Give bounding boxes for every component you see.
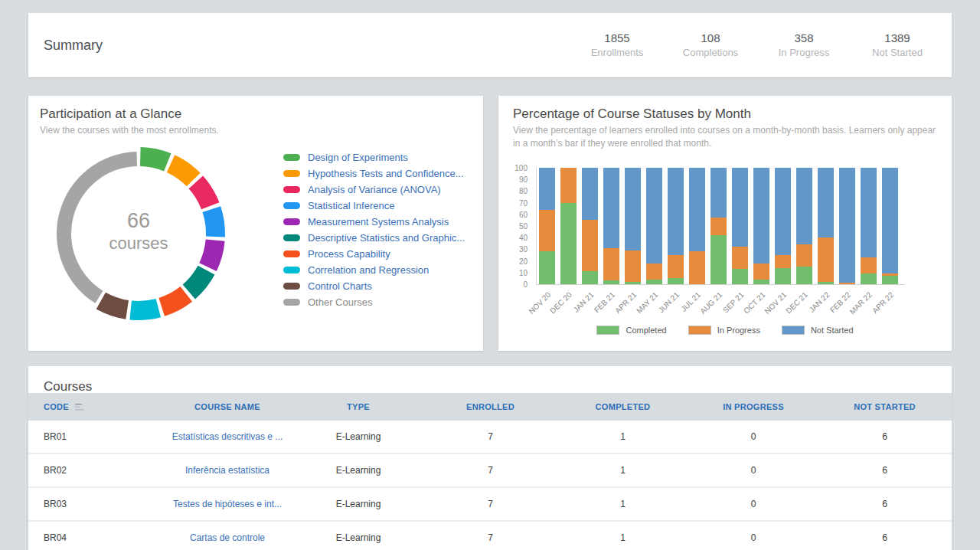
donut-legend-item[interactable]: Design of Experiments	[283, 149, 465, 165]
summary-title: Summary	[44, 38, 103, 54]
bar[interactable]	[646, 168, 662, 284]
cell-not_started: 6	[818, 499, 952, 509]
legend-swatch	[596, 326, 619, 335]
stat-value: 358	[757, 30, 851, 47]
bar[interactable]	[861, 168, 877, 284]
bar-segment	[732, 269, 748, 284]
bar-segment	[603, 280, 619, 284]
y-tick-label: 30	[519, 245, 528, 254]
legend-swatch	[782, 326, 805, 335]
bar-segment	[839, 168, 855, 283]
donut-legend-item[interactable]: Analysis of Variance (ANOVA)	[283, 182, 465, 198]
bar-segment	[839, 283, 855, 284]
bar[interactable]	[560, 168, 577, 284]
y-tick-label: 60	[519, 211, 528, 219]
cell-in_progress: 0	[689, 532, 818, 543]
stat-value: 1389	[851, 30, 944, 47]
legend-label: Analysis of Variance (ANOVA)	[308, 184, 441, 195]
column-header-code[interactable]: CODE	[28, 402, 162, 411]
donut-segment[interactable]	[202, 206, 225, 237]
donut-legend-item[interactable]: Control Charts	[283, 278, 465, 294]
donut-segment[interactable]	[167, 155, 201, 186]
donut-legend-item[interactable]: Process Capability	[283, 246, 465, 262]
bar[interactable]	[796, 168, 812, 284]
bar[interactable]	[710, 168, 727, 284]
column-header-in-progress[interactable]: IN PROGRESS	[689, 402, 818, 411]
donut-segment[interactable]	[189, 176, 220, 210]
bar[interactable]	[839, 168, 855, 284]
column-header-not-started[interactable]: NOT STARTED	[818, 402, 952, 411]
x-axis-label: JUN 21	[657, 290, 681, 314]
bar-segment	[882, 168, 898, 273]
donut-legend-item[interactable]: Correlation and Regression	[283, 262, 465, 278]
y-tick-label: 0	[523, 280, 528, 289]
donut-center-value: 66	[127, 209, 150, 232]
bar-segment	[796, 244, 812, 267]
column-header-type[interactable]: TYPE	[292, 402, 424, 411]
y-tick-label: 80	[519, 187, 528, 195]
bar-segment	[775, 268, 791, 284]
bar[interactable]	[753, 168, 769, 284]
bar[interactable]	[882, 168, 898, 284]
donut-segment[interactable]	[96, 293, 129, 319]
cell-in_progress: 0	[689, 499, 818, 509]
donut-segment[interactable]	[183, 266, 215, 300]
bar[interactable]	[625, 168, 641, 284]
y-tick-label: 70	[519, 199, 528, 208]
y-axis-ticks: 0102030405060708090100	[498, 168, 532, 284]
cell-in_progress: 0	[689, 431, 818, 442]
donut-segment[interactable]	[57, 152, 137, 303]
cell-code: BR04	[28, 532, 162, 543]
cell-type: E-Learning	[292, 465, 424, 476]
legend-swatch	[283, 186, 300, 193]
bar-segment	[646, 280, 662, 284]
bar[interactable]	[689, 168, 705, 284]
bar[interactable]	[603, 168, 619, 284]
table-row: BR01Estatísticas descritivas e ...E-Lear…	[28, 421, 952, 454]
bar[interactable]	[582, 168, 598, 284]
legend-label: Other Courses	[308, 296, 373, 308]
table-row: BR02Inferência estatísticaE-Learning7106	[28, 454, 952, 488]
donut-legend-item[interactable]: Descriptive Statistics and Graphic...	[283, 230, 465, 246]
bar[interactable]	[818, 168, 834, 284]
legend-label: Control Charts	[308, 280, 372, 292]
donut-legend-item[interactable]: Measurement Systems Analysis	[283, 214, 465, 230]
y-tick-label: 90	[519, 175, 528, 184]
x-axis-label: MAR 22	[848, 290, 874, 316]
course-name-link[interactable]: Testes de hipóteses e int...	[162, 499, 292, 509]
cell-completed: 1	[557, 465, 689, 476]
donut-legend-item[interactable]: Statistical Inference	[283, 198, 465, 214]
y-tick-label: 100	[514, 164, 528, 172]
bar-segment	[668, 278, 684, 284]
bar[interactable]	[668, 168, 684, 284]
cell-enrolled: 7	[424, 532, 557, 543]
donut-legend: Design of ExperimentsHypothesis Tests an…	[283, 149, 465, 310]
bar[interactable]	[539, 168, 555, 284]
x-axis-labels: NOV 20DEC 20JAN 21FEB 21APR 21MAY 21JUN …	[536, 287, 903, 329]
column-header-label: ENROLLED	[466, 402, 514, 411]
column-header-completed[interactable]: COMPLETED	[557, 402, 689, 411]
column-header-course-name[interactable]: COURSE NAME	[162, 402, 292, 411]
donut-legend-item[interactable]: Hypothesis Tests and Confidence...	[283, 165, 465, 182]
y-tick-label: 10	[519, 269, 528, 277]
bar-segment	[753, 264, 769, 280]
sort-icon[interactable]	[75, 403, 85, 411]
course-name-link[interactable]: Estatísticas descritivas e ...	[162, 431, 292, 442]
donut-chart[interactable]: 66courses	[42, 137, 235, 330]
bar[interactable]	[775, 168, 791, 284]
donut-segment[interactable]	[140, 147, 172, 171]
legend-swatch	[283, 234, 300, 241]
column-header-label: CODE	[44, 402, 69, 411]
course-name-link[interactable]: Cartas de controle	[162, 532, 292, 543]
bar-legend: CompletedIn ProgressNot Started	[498, 326, 952, 335]
bar[interactable]	[732, 168, 748, 284]
bar-segment	[710, 168, 727, 218]
legend-label: Correlation and Regression	[308, 264, 429, 276]
donut-segment[interactable]	[158, 286, 192, 316]
donut-segment[interactable]	[129, 299, 161, 320]
donut-segment[interactable]	[199, 240, 224, 271]
course-name-link[interactable]: Inferência estatística	[162, 465, 292, 476]
legend-swatch	[283, 299, 300, 306]
donut-center-label: courses	[109, 234, 168, 253]
column-header-enrolled[interactable]: ENROLLED	[424, 402, 557, 411]
